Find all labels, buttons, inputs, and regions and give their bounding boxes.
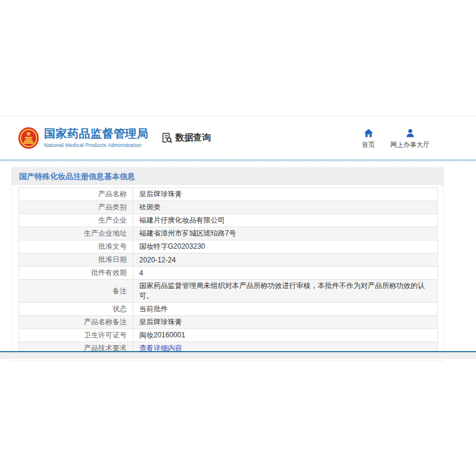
table-row: 批准日期2020-12-24 [19,253,438,267]
footer-band [0,352,476,359]
header-nav: 首页 网上办事大厅 [362,128,430,149]
table-row: 备注国家药品监督管理局未组织对本产品所称功效进行审核，本批件不作为对产品所称功效… [19,280,438,303]
site-header: 国家药品监督管理局 National Medical Products Admi… [0,115,476,159]
brand-text: 国家药品监督管理局 National Medical Products Admi… [44,127,149,148]
national-emblem-logo [18,127,39,149]
person-icon [405,128,415,138]
row-value: 国家药品监督管理局未组织对本产品所称功效进行审核，本批件不作为对产品所称功效的认… [139,281,425,300]
row-value-cell: 当前批件 [133,303,438,316]
row-value: 祛斑类 [139,203,161,211]
row-label: 批件有效期 [19,267,133,280]
document-search-icon [161,131,173,144]
row-label: 状态 [19,303,133,316]
nav-data-query[interactable]: 数据查询 [161,131,211,144]
row-value-cell: 皇后牌珍珠膏 [133,188,438,201]
row-value-cell: 2020-12-24 [133,253,438,267]
row-label: 卫生许可证号 [19,329,133,342]
page: 国家药品监督管理局 National Medical Products Admi… [0,0,476,476]
row-value-cell: 皇后牌珍珠膏 [133,316,438,329]
org-name-en: National Medical Products Administration [44,142,149,148]
row-label: 生产企业地址 [19,227,133,240]
brand[interactable]: 国家药品监督管理局 National Medical Products Admi… [18,127,149,149]
row-value-cell: 福建省漳州市芗城区琥珀路7号 [133,227,438,240]
row-value: 皇后牌珍珠膏 [139,318,182,326]
nav-data-query-label: 数据查询 [176,132,211,143]
home-icon [364,128,374,138]
nav-service-hall-label: 网上办事大厅 [390,140,430,149]
row-value: 4 [139,269,143,277]
table-row: 状态当前批件 [19,303,438,316]
row-value-cell: 国家药品监督管理局未组织对本产品所称功效进行审核，本批件不作为对产品所称功效的认… [133,280,438,303]
table-row: 产品名称皇后牌珍珠膏 [19,188,438,201]
header-divider-texture [0,161,476,162]
row-value: 福建省漳州市芗城区琥珀路7号 [139,229,236,237]
row-value-cell: 福建片仔癀化妆品有限公司 [133,214,438,227]
table-row: 批准文号国妆特字G20203230 [19,240,438,253]
row-label: 生产企业 [19,214,133,227]
info-table-body: 产品名称皇后牌珍珠膏产品类别祛斑类生产企业福建片仔癀化妆品有限公司生产企业地址福… [19,188,438,355]
registration-info-panel: 国产特殊化妆品注册信息基本信息 产品名称皇后牌珍珠膏产品类别祛斑类生产企业福建片… [11,167,444,361]
table-row: 产品名称备注皇后牌珍珠膏 [19,316,438,329]
table-row: 生产企业福建片仔癀化妆品有限公司 [19,214,438,227]
row-label: 产品名称 [19,188,133,201]
table-row: 生产企业地址福建省漳州市芗城区琥珀路7号 [19,227,438,240]
row-value: 闽妆20160001 [139,331,185,339]
nav-home[interactable]: 首页 [362,128,375,149]
row-label: 产品类别 [19,201,133,214]
row-value-cell: 闽妆20160001 [133,329,438,342]
row-label: 批准文号 [19,240,133,253]
row-value: 2020-12-24 [139,256,176,264]
row-value-cell: 4 [133,267,438,280]
row-value: 国妆特字G20203230 [139,242,205,250]
row-value-cell: 国妆特字G20203230 [133,240,438,253]
row-value: 皇后牌珍珠膏 [139,190,182,198]
section-title: 国产特殊化妆品注册信息基本信息 [12,168,443,185]
row-label: 备注 [19,280,133,303]
nav-service-hall[interactable]: 网上办事大厅 [390,128,430,149]
table-row: 批件有效期4 [19,267,438,280]
nav-home-label: 首页 [362,140,375,149]
registration-info-table: 产品名称皇后牌珍珠膏产品类别祛斑类生产企业福建片仔癀化妆品有限公司生产企业地址福… [18,187,438,355]
table-row: 产品类别祛斑类 [19,201,438,214]
table-row: 卫生许可证号闽妆20160001 [19,329,438,342]
row-value: 福建片仔癀化妆品有限公司 [139,216,225,224]
row-value: 当前批件 [139,305,168,313]
row-label: 批准日期 [19,253,133,267]
row-value-cell: 祛斑类 [133,201,438,214]
org-name-cn: 国家药品监督管理局 [44,127,149,140]
row-label: 产品名称备注 [19,316,133,329]
